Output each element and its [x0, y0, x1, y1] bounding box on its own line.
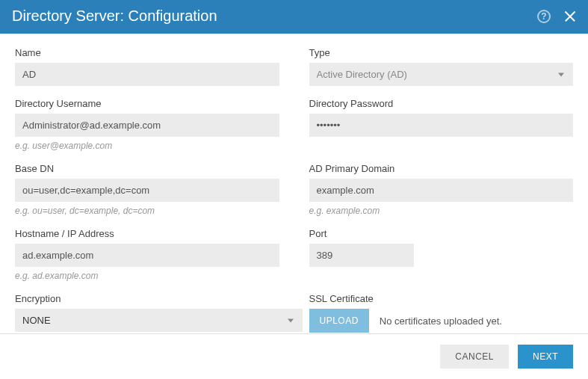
dialog-title: Directory Server: Configuration: [12, 7, 217, 25]
username-hint: e.g. user@example.com: [15, 141, 279, 151]
username-label: Directory Username: [15, 98, 279, 109]
basedn-label: Base DN: [15, 163, 279, 174]
primary-domain-input[interactable]: [309, 179, 574, 202]
hostname-hint: e.g. ad.example.com: [15, 271, 279, 281]
dialog-header: Directory Server: Configuration ?: [0, 0, 588, 34]
name-input[interactable]: [15, 63, 279, 86]
hostname-input[interactable]: [15, 244, 279, 267]
primary-domain-label: AD Primary Domain: [309, 163, 574, 174]
username-input[interactable]: [15, 114, 279, 137]
password-label: Directory Password: [309, 98, 574, 109]
help-icon[interactable]: ?: [537, 10, 551, 23]
encryption-select[interactable]: NONE: [15, 309, 303, 332]
dialog-content: Name Type Active Directory (AD) Director…: [0, 34, 588, 352]
next-button[interactable]: NEXT: [518, 345, 573, 369]
port-label: Port: [309, 228, 574, 239]
ssl-label: SSL Certificate: [309, 293, 574, 304]
type-label: Type: [309, 47, 574, 58]
basedn-input[interactable]: [15, 179, 279, 202]
upload-button[interactable]: UPLOAD: [309, 309, 369, 333]
primary-domain-hint: e.g. example.com: [309, 206, 574, 216]
header-actions: ?: [537, 10, 576, 23]
hostname-label: Hostname / IP Address: [15, 228, 279, 239]
ssl-status: No certificates uploaded yet.: [380, 315, 502, 327]
cancel-button[interactable]: CANCEL: [440, 345, 509, 369]
encryption-label: Encryption: [15, 293, 279, 304]
close-icon[interactable]: [564, 10, 576, 22]
name-label: Name: [15, 47, 279, 58]
password-input[interactable]: [309, 114, 574, 137]
basedn-hint: e.g. ou=user, dc=example, dc=com: [15, 206, 279, 216]
type-select[interactable]: Active Directory (AD): [309, 63, 574, 86]
port-input[interactable]: [309, 244, 414, 267]
dialog-footer: CANCEL NEXT: [0, 333, 588, 379]
